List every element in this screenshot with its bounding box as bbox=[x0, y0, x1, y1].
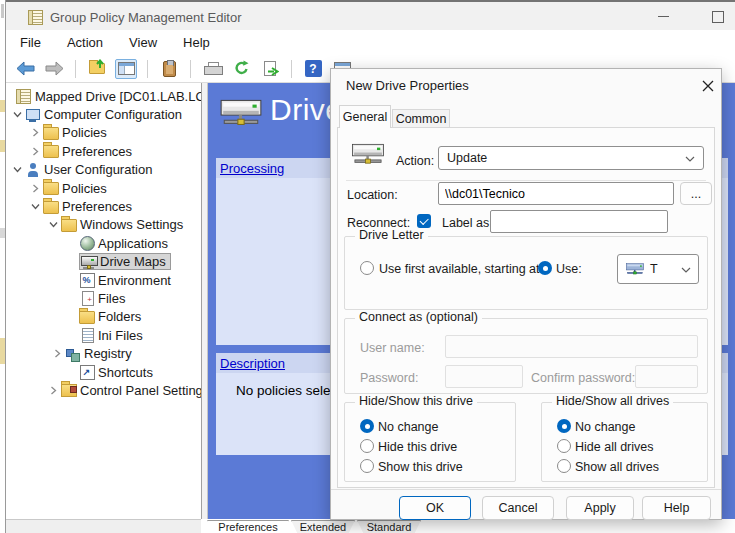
help-icon[interactable]: ? bbox=[302, 59, 324, 79]
tree-item-policies-user[interactable]: Policies bbox=[6, 179, 201, 197]
gpo-scroll-icon bbox=[16, 89, 32, 103]
applications-icon bbox=[79, 236, 95, 250]
toolbar-separator bbox=[190, 60, 191, 78]
tab-preferences[interactable]: Preferences bbox=[207, 520, 289, 533]
menu-bar: File Action View Help bbox=[6, 30, 735, 55]
tree-item-control-panel-settings[interactable]: Control Panel Setting bbox=[6, 381, 201, 399]
location-label: Location: bbox=[347, 188, 398, 202]
refresh-icon[interactable] bbox=[230, 59, 252, 79]
apply-button[interactable]: Apply bbox=[566, 496, 634, 520]
back-icon[interactable] bbox=[14, 59, 36, 79]
tree-item-policies[interactable]: Policies bbox=[6, 124, 201, 142]
maximize-button[interactable] bbox=[712, 11, 724, 23]
copy-clipboard-icon[interactable] bbox=[158, 59, 180, 79]
tree-item-applications[interactable]: Applications bbox=[6, 234, 201, 252]
chevron-down-icon[interactable] bbox=[10, 163, 25, 177]
environment-icon: % bbox=[79, 273, 95, 287]
location-input[interactable] bbox=[438, 182, 674, 205]
chevron-down-icon[interactable] bbox=[46, 218, 61, 232]
folder-icon bbox=[43, 181, 59, 195]
chevron-right-icon[interactable] bbox=[28, 126, 43, 140]
help-button[interactable]: Help bbox=[642, 496, 711, 520]
connect-as-group: Connect as (optional) User name: Passwor… bbox=[344, 318, 708, 394]
hide-show-this-drive-title: Hide/Show this drive bbox=[355, 394, 477, 408]
minimize-button[interactable] bbox=[658, 16, 669, 17]
tree-item-files[interactable]: + Files bbox=[6, 289, 201, 307]
show-this-drive-radio[interactable] bbox=[360, 459, 374, 473]
title-bar[interactable]: Group Policy Management Editor bbox=[6, 0, 735, 30]
forward-icon[interactable] bbox=[43, 59, 65, 79]
tab-common[interactable]: Common bbox=[392, 109, 450, 128]
reconnect-checkbox[interactable] bbox=[417, 214, 431, 228]
show-console-tree-icon[interactable] bbox=[115, 59, 137, 79]
close-icon[interactable] bbox=[697, 76, 719, 96]
tree-item-windows-settings[interactable]: Windows Settings bbox=[6, 216, 201, 234]
menu-view[interactable]: View bbox=[125, 33, 161, 52]
drive-icon bbox=[625, 261, 645, 278]
chevron-right-icon[interactable] bbox=[46, 383, 61, 397]
description-link[interactable]: Description bbox=[220, 356, 285, 371]
show-all-drives-radio[interactable] bbox=[557, 459, 571, 473]
tree-item-environment[interactable]: % Environment bbox=[6, 271, 201, 289]
drive-icon bbox=[350, 140, 386, 170]
toolbar-separator bbox=[147, 60, 148, 78]
user-name-input bbox=[445, 335, 698, 358]
use-label: Use: bbox=[556, 262, 582, 276]
label-as-input[interactable] bbox=[490, 210, 668, 233]
folder-icon bbox=[43, 200, 59, 214]
tree-item-shortcuts[interactable]: ↗ Shortcuts bbox=[6, 363, 201, 381]
registry-icon bbox=[65, 347, 81, 361]
chevron-right-icon[interactable] bbox=[28, 181, 43, 195]
chevron-down-icon[interactable] bbox=[28, 200, 43, 214]
folders-icon bbox=[79, 310, 95, 324]
menu-action[interactable]: Action bbox=[63, 33, 107, 52]
drive-letter-select[interactable]: T bbox=[617, 254, 699, 284]
tree-item-root[interactable]: Mapped Drive [DC01.LAB.LOCA bbox=[6, 87, 201, 105]
tree-item-computer-configuration[interactable]: Computer Configuration bbox=[6, 105, 201, 123]
tree-item-registry[interactable]: Registry bbox=[6, 344, 201, 362]
tree-splitter[interactable] bbox=[201, 83, 208, 519]
window-title: Group Policy Management Editor bbox=[50, 10, 241, 25]
this-no-change-radio[interactable] bbox=[360, 419, 374, 433]
console-tree: Mapped Drive [DC01.LAB.LOCA Computer Con… bbox=[6, 83, 201, 519]
drive-letter-group: Drive Letter Use first available, starti… bbox=[344, 236, 708, 310]
button-separator bbox=[331, 489, 721, 490]
action-select[interactable]: Update bbox=[438, 146, 704, 170]
chevron-down-icon bbox=[685, 151, 695, 165]
show-all-drives-label: Show all drives bbox=[575, 460, 659, 474]
up-one-level-icon[interactable] bbox=[86, 59, 108, 79]
menu-help[interactable]: Help bbox=[179, 33, 214, 52]
ini-files-icon bbox=[79, 328, 95, 342]
chevron-right-icon[interactable] bbox=[28, 144, 43, 158]
browse-button[interactable]: ... bbox=[680, 182, 712, 205]
user-name-label: User name: bbox=[360, 341, 425, 355]
tree-item-drive-maps[interactable]: Drive Maps bbox=[6, 253, 201, 271]
folder-icon bbox=[43, 126, 59, 140]
processing-link[interactable]: Processing bbox=[220, 161, 284, 176]
tree-item-folders[interactable]: Folders bbox=[6, 308, 201, 326]
computer-icon bbox=[25, 108, 41, 122]
hide-this-drive-radio[interactable] bbox=[360, 439, 374, 453]
chevron-down-icon[interactable] bbox=[10, 108, 25, 122]
menu-file[interactable]: File bbox=[16, 33, 45, 52]
ok-button[interactable]: OK bbox=[399, 496, 471, 520]
export-list-icon[interactable] bbox=[259, 59, 281, 79]
chevron-right-icon[interactable] bbox=[50, 347, 65, 361]
selected-highlight: Drive Maps bbox=[79, 253, 171, 270]
hide-all-drives-radio[interactable] bbox=[557, 439, 571, 453]
tree-item-ini-files[interactable]: Ini Files bbox=[6, 326, 201, 344]
tree-item-user-configuration[interactable]: User Configuration bbox=[6, 161, 201, 179]
hide-show-all-drives-group: Hide/Show all drives No change Hide all … bbox=[541, 402, 708, 482]
drive-letter-group-title: Drive Letter bbox=[355, 228, 428, 242]
cancel-button[interactable]: Cancel bbox=[482, 496, 554, 520]
print-icon[interactable] bbox=[201, 59, 223, 79]
use-radio[interactable] bbox=[538, 261, 552, 275]
tab-standard[interactable]: Standard bbox=[357, 520, 421, 533]
tab-general[interactable]: General bbox=[339, 105, 391, 128]
tree-item-preferences-user[interactable]: Preferences bbox=[6, 197, 201, 215]
all-no-change-radio[interactable] bbox=[557, 419, 571, 433]
tab-extended[interactable]: Extended bbox=[291, 520, 355, 533]
use-first-available-radio[interactable] bbox=[360, 261, 374, 275]
password-input bbox=[445, 365, 523, 388]
tree-item-preferences[interactable]: Preferences bbox=[6, 142, 201, 160]
